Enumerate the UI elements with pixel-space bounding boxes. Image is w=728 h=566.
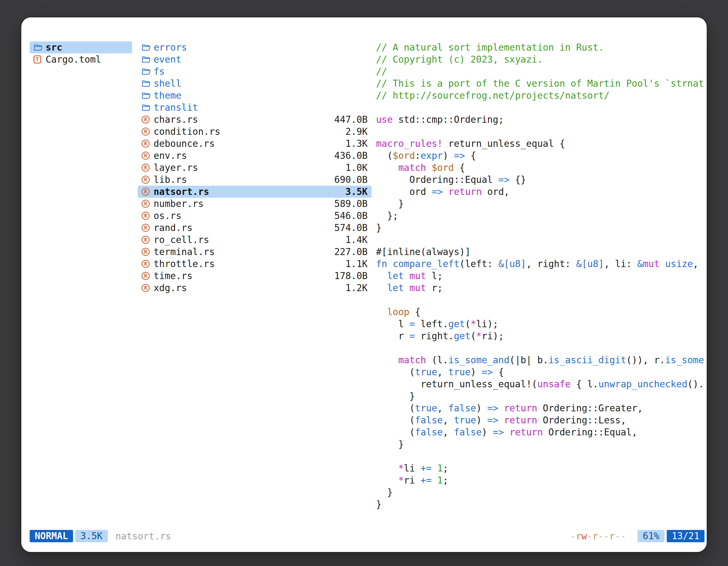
file-row[interactable]: errors: [138, 41, 372, 53]
file-name: terminal.rs: [154, 247, 215, 257]
file-row[interactable]: Rrand.rs574.0B: [138, 222, 372, 234]
code-line: // http://sourcefrog.net/projects/natsor…: [376, 90, 704, 102]
rust-file-icon: R: [142, 128, 150, 136]
rust-file-icon: R: [142, 188, 150, 196]
file-icon-slot: R: [142, 212, 151, 220]
code-line: (true, false) => return Ordering::Greate…: [376, 402, 704, 414]
yazi-window: srcTCargo.toml errorseventfsshellthemetr…: [21, 17, 707, 552]
code-line: [376, 342, 704, 354]
file-row[interactable]: Rdebounce.rs1.3K: [138, 138, 372, 150]
file-row[interactable]: Rcondition.rs2.9K: [138, 126, 372, 138]
status-filename: natsort.rs: [116, 531, 171, 542]
file-row[interactable]: translit: [138, 102, 372, 114]
file-row[interactable]: Renv.rs436.0B: [138, 150, 372, 162]
rust-file-icon: R: [142, 140, 150, 148]
file-name: natsort.rs: [154, 186, 209, 197]
folder-icon: [142, 68, 150, 75]
code-line: }: [376, 198, 704, 210]
file-icon-slot: R: [142, 236, 151, 244]
file-row[interactable]: theme: [138, 90, 372, 102]
file-icon-slot: [142, 56, 151, 63]
file-icon-slot: R: [142, 260, 151, 268]
file-name: shell: [154, 78, 181, 89]
file-name: ro_cell.rs: [154, 234, 209, 245]
file-size: 1.3K: [346, 138, 368, 149]
file-size: 1.2K: [346, 283, 368, 293]
file-row[interactable]: Rnatsort.rs3.5K: [138, 186, 372, 198]
file-name: throttle.rs: [154, 259, 215, 269]
file-icon-slot: R: [142, 164, 151, 172]
code-line: return_unless_equal!(unsafe { l.unwrap_u…: [376, 378, 704, 390]
file-row[interactable]: Rxdg.rs1.2K: [138, 282, 372, 294]
code-line: [376, 126, 704, 138]
code-line: Ordering::Equal => {}: [376, 174, 704, 186]
file-row[interactable]: shell: [138, 78, 372, 90]
file-name: chars.rs: [154, 114, 198, 125]
code-line: [376, 234, 704, 246]
code-line: // Copyright (c) 2023, sxyazi.: [376, 53, 704, 65]
code-line: (false, true) => return Ordering::Less,: [376, 414, 704, 426]
file-size: 546.0B: [334, 210, 368, 221]
code-line: *li += 1;: [376, 462, 704, 474]
file-row[interactable]: Rthrottle.rs1.1K: [138, 258, 372, 270]
file-size: 447.0B: [334, 114, 368, 125]
file-name: time.rs: [154, 271, 192, 281]
code-line: }: [376, 222, 704, 234]
file-row[interactable]: Rnumber.rs589.0B: [138, 198, 372, 210]
folder-icon: [142, 92, 150, 99]
scroll-percent-badge: 61%: [638, 530, 664, 542]
file-icon-slot: R: [142, 224, 151, 232]
file-row[interactable]: Rterminal.rs227.0B: [138, 246, 372, 258]
code-line: (false, false) => return Ordering::Equal…: [376, 426, 704, 438]
code-line: l = left.get(*li);: [376, 318, 704, 330]
code-line: match $ord {: [376, 162, 704, 174]
file-row[interactable]: fs: [138, 65, 372, 78]
status-bar: NORMAL 3.5K natsort.rs -rw-r--r-- 61% 13…: [30, 530, 704, 542]
file-size-badge: 3.5K: [75, 530, 107, 542]
file-name: event: [154, 54, 181, 65]
code-line: }: [376, 498, 704, 510]
file-row[interactable]: TCargo.toml: [30, 53, 132, 65]
code-line: let mut r;: [376, 282, 704, 294]
file-size: 690.0B: [334, 174, 368, 185]
file-size: 589.0B: [334, 198, 368, 209]
file-row[interactable]: Rro_cell.rs1.4K: [138, 234, 372, 246]
code-line: [376, 294, 704, 306]
folder-icon: [142, 44, 150, 51]
file-size: 227.0B: [334, 247, 368, 257]
folder-icon: [142, 56, 150, 63]
file-row[interactable]: Rlib.rs690.0B: [138, 174, 372, 186]
file-name: translit: [154, 102, 198, 113]
file-row[interactable]: Ros.rs546.0B: [138, 210, 372, 222]
rust-file-icon: R: [142, 200, 150, 208]
folder-icon: [142, 104, 150, 111]
code-line: match (l.is_some_and(|b| b.is_ascii_digi…: [376, 354, 704, 366]
file-row[interactable]: Rlayer.rs1.0K: [138, 162, 372, 174]
rust-file-icon: R: [142, 236, 150, 244]
code-line: [376, 102, 704, 114]
code-line: (true, true) => {: [376, 366, 704, 378]
current-pane: errorseventfsshellthemetranslitRchars.rs…: [138, 41, 372, 294]
mode-badge: NORMAL: [30, 530, 73, 542]
file-name: layer.rs: [154, 162, 198, 173]
file-row[interactable]: src: [30, 41, 132, 53]
file-icon-slot: R: [142, 248, 151, 256]
file-name: src: [46, 42, 62, 53]
code-line: }: [376, 390, 704, 402]
file-row[interactable]: Rchars.rs447.0B: [138, 114, 372, 126]
file-icon-slot: R: [142, 272, 151, 280]
file-row[interactable]: event: [138, 53, 372, 65]
file-name: errors: [154, 42, 187, 53]
rust-file-icon: R: [142, 176, 150, 184]
file-row[interactable]: Rtime.rs178.0B: [138, 270, 372, 282]
status-bar-right: -rw-r--r-- 61% 13/21: [570, 530, 704, 542]
file-name: env.rs: [154, 150, 187, 161]
code-line: macro_rules! return_unless_equal {: [376, 138, 704, 150]
code-line: // A natural sort implementation in Rust…: [376, 41, 704, 53]
file-name: os.rs: [154, 210, 181, 221]
rust-file-icon: R: [142, 152, 150, 160]
rust-file-icon: R: [142, 224, 150, 232]
code-line: #[inline(always)]: [376, 246, 704, 258]
file-size: 178.0B: [334, 271, 368, 281]
file-icon-slot: T: [34, 55, 43, 64]
